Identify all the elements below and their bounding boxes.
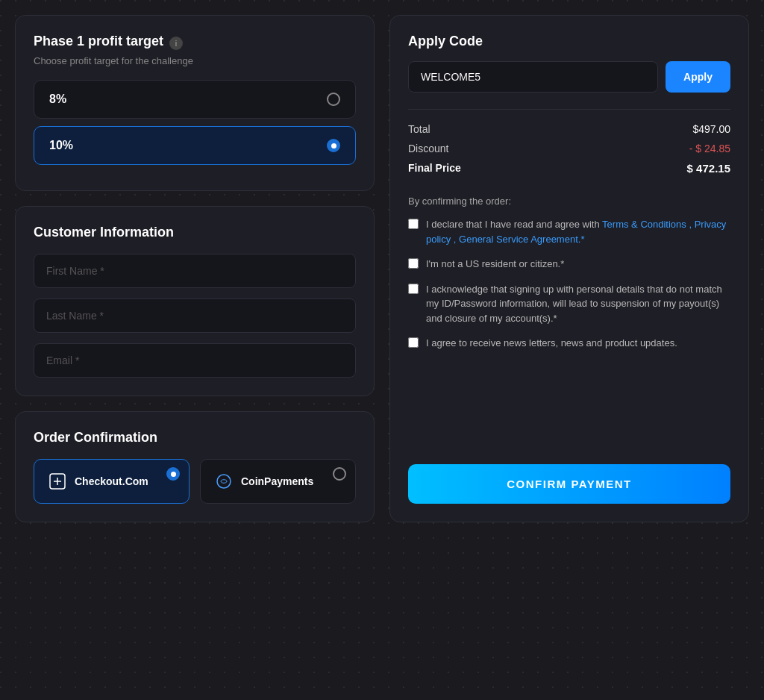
profit-option-10-label: 10% (49, 139, 73, 152)
customer-title: Customer Information (34, 225, 356, 240)
last-name-input[interactable] (34, 299, 356, 333)
checkbox-us-resident[interactable]: I'm not a US resident or citizen.* (408, 257, 730, 272)
checkbox-terms-text: I declare that I have read and agree wit… (426, 217, 730, 246)
first-name-input[interactable] (34, 254, 356, 288)
payment-coinpayments[interactable]: CoinPayments (200, 459, 356, 504)
confirmation-intro: By confirming the order: (408, 196, 730, 207)
checkbox-personal-details-input[interactable] (408, 284, 419, 294)
code-input[interactable] (408, 61, 658, 93)
profit-option-8-label: 8% (49, 93, 66, 106)
discount-row: Discount - $ 24.85 (408, 143, 730, 154)
profit-option-10-radio (327, 139, 340, 152)
terms-link[interactable]: Terms & Conditions , Privacy policy , Ge… (426, 219, 726, 245)
checkbox-newsletter-text: I agree to receive news letters, news an… (426, 336, 677, 351)
final-price-label: Final Price (408, 162, 461, 175)
phase-subtitle: Choose profit target for the challenge (34, 55, 356, 66)
coinpayments-radio (333, 467, 346, 481)
total-label: Total (408, 123, 430, 135)
checkbox-group: I declare that I have read and agree wit… (408, 217, 730, 351)
info-icon[interactable]: i (169, 37, 183, 50)
apply-code-title: Apply Code (408, 34, 730, 49)
payment-checkout[interactable]: Checkout.Com (34, 459, 190, 504)
order-title: Order Confirmation (34, 430, 356, 446)
customer-information-card: Customer Information (15, 206, 375, 396)
email-input[interactable] (34, 343, 356, 378)
discount-label: Discount (408, 143, 448, 154)
confirm-payment-button[interactable]: CONFIRM PAYMENT (408, 464, 730, 504)
checkbox-terms[interactable]: I declare that I have read and agree wit… (408, 217, 730, 246)
total-value: $497.00 (692, 123, 730, 135)
right-panel: Apply Code Apply Total $497.00 Discount … (389, 15, 749, 522)
profit-option-10[interactable]: 10% (34, 126, 356, 165)
coinpayments-label: CoinPayments (241, 475, 313, 487)
checkbox-newsletter[interactable]: I agree to receive news letters, news an… (408, 336, 730, 351)
checkbox-terms-input[interactable] (408, 219, 419, 229)
phase-profit-card: Phase 1 profit target i Choose profit ta… (15, 15, 375, 191)
apply-button[interactable]: Apply (666, 61, 730, 93)
checkout-label: Checkout.Com (75, 475, 148, 487)
checkbox-personal-details-text: I acknowledge that signing up with perso… (426, 282, 730, 326)
profit-option-8[interactable]: 8% (34, 80, 356, 119)
checkbox-us-resident-input[interactable] (408, 258, 419, 269)
checkbox-us-resident-text: I'm not a US resident or citizen.* (426, 257, 564, 272)
checkout-icon (48, 472, 67, 491)
svg-point-3 (217, 475, 231, 488)
checkout-radio (166, 467, 180, 481)
apply-code-section: Apply Code Apply (408, 34, 730, 93)
checkbox-personal-details[interactable]: I acknowledge that signing up with perso… (408, 282, 730, 326)
price-summary: Total $497.00 Discount - $ 24.85 Final P… (408, 109, 730, 182)
profit-option-8-radio (327, 93, 340, 106)
final-price-row: Final Price $ 472.15 (408, 162, 730, 175)
order-confirmation-card: Order Confirmation Checkout.Com (15, 411, 375, 522)
discount-value: - $ 24.85 (689, 143, 730, 154)
checkbox-newsletter-input[interactable] (408, 337, 419, 348)
phase-title: Phase 1 profit target (34, 34, 163, 49)
total-row: Total $497.00 (408, 123, 730, 135)
final-price-value: $ 472.15 (687, 162, 730, 175)
coinpayments-icon (214, 472, 234, 491)
